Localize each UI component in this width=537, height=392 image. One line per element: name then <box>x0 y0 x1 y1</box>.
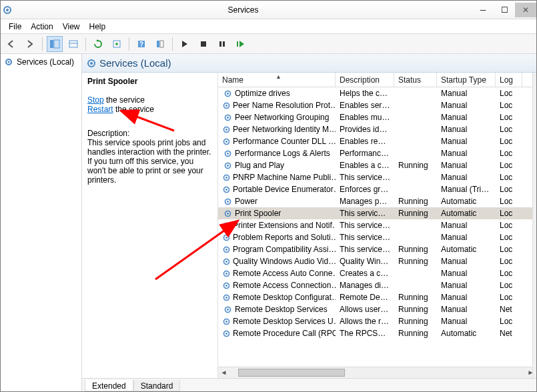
table-row[interactable]: Peer Networking Identity M…Provides ide…… <box>218 123 536 135</box>
table-row[interactable]: Optimize drivesHelps the c…ManualLoc <box>218 87 536 99</box>
menu-file[interactable]: File <box>5 21 25 33</box>
svg-rect-10 <box>160 41 163 47</box>
table-row[interactable]: Printer Extensions and Notif…This servic… <box>218 219 536 231</box>
sidebar-toggle-button[interactable] <box>152 36 168 52</box>
service-desc-cell: Remote Des… <box>336 293 394 302</box>
service-name-cell: PNRP Machine Name Publi… <box>233 173 336 182</box>
service-status-cell: Running <box>394 197 437 206</box>
svg-point-22 <box>225 105 227 107</box>
table-row[interactable]: Performance Counter DLL …Enables rem…Man… <box>218 135 536 147</box>
service-logon-cell: Loc <box>496 281 522 290</box>
service-logon-cell: Loc <box>496 221 522 230</box>
scroll-left-icon[interactable]: ◄ <box>218 367 229 377</box>
table-row[interactable]: Portable Device Enumerator…Enforces gr…M… <box>218 183 536 195</box>
table-row[interactable]: Peer Name Resolution Prot…Enables serv…M… <box>218 99 536 111</box>
gear-icon <box>222 329 231 338</box>
table-row[interactable]: PNRP Machine Name Publi…This service…Man… <box>218 171 536 183</box>
gear-icon <box>222 269 231 278</box>
back-button[interactable] <box>3 36 19 52</box>
stop-service-button[interactable] <box>195 36 211 52</box>
service-name-cell: Optimize drives <box>235 89 290 98</box>
table-row[interactable]: Remote Desktop Services U…Allows the r…R… <box>218 315 536 327</box>
table-row[interactable]: Performance Logs & AlertsPerformanc…Manu… <box>218 147 536 159</box>
minimize-button[interactable]: ─ <box>472 3 494 17</box>
svg-rect-14 <box>237 41 238 47</box>
horizontal-scrollbar[interactable]: ◄ ► <box>218 367 536 378</box>
forward-button[interactable] <box>22 36 38 52</box>
service-name-cell: Performance Counter DLL … <box>233 137 336 146</box>
vertical-scroll-strip[interactable] <box>532 73 536 378</box>
help-button[interactable]: ? <box>133 36 149 52</box>
pause-service-button[interactable] <box>214 36 230 52</box>
col-status[interactable]: Status <box>394 73 437 87</box>
svg-point-24 <box>227 117 229 119</box>
gear-icon <box>222 137 231 146</box>
service-status-cell: Running <box>394 257 437 266</box>
restart-service-link[interactable]: Restart <box>87 105 113 114</box>
export-list-button[interactable] <box>109 36 125 52</box>
service-startup-cell: Automatic <box>437 209 496 218</box>
gear-icon <box>222 209 233 218</box>
table-row[interactable]: Remote Desktop Configurat…Remote Des…Run… <box>218 291 536 303</box>
service-logon-cell: Loc <box>496 269 522 278</box>
table-row[interactable]: Plug and PlayEnables a c…RunningManualLo… <box>218 159 536 171</box>
table-row[interactable]: Print SpoolerThis service …RunningAutoma… <box>218 207 536 219</box>
close-button[interactable]: ✕ <box>515 3 536 17</box>
svg-point-26 <box>225 129 227 131</box>
gear-icon <box>222 221 231 230</box>
service-rows: Optimize drivesHelps the c…ManualLocPeer… <box>218 87 536 367</box>
tab-standard[interactable]: Standard <box>133 380 181 391</box>
gear-icon <box>222 101 231 110</box>
gear-icon <box>222 173 231 182</box>
table-row[interactable]: Remote Procedure Call (RPC)The RPCSS …Ru… <box>218 327 536 339</box>
table-row[interactable]: Problem Reports and Soluti…This service…… <box>218 231 536 243</box>
service-startup-cell: Automatic <box>437 245 496 254</box>
svg-rect-9 <box>157 41 159 47</box>
refresh-button[interactable] <box>90 36 106 52</box>
table-row[interactable]: Program Compatibility Assi…This service…… <box>218 243 536 255</box>
col-logon[interactable]: Log <box>496 73 522 87</box>
service-desc-cell: Allows the r… <box>336 317 394 326</box>
service-status-cell: Running <box>394 209 437 218</box>
col-startup[interactable]: Startup Type <box>437 73 496 87</box>
stop-service-link[interactable]: Stop <box>87 95 104 105</box>
service-status-cell: Running <box>394 329 437 338</box>
table-row[interactable]: Remote Access Connection…Manages di…Manu… <box>218 279 536 291</box>
gear-icon <box>222 281 231 290</box>
col-description[interactable]: Description <box>336 73 394 87</box>
service-logon-cell: Loc <box>496 317 522 326</box>
tab-extended[interactable]: Extended <box>85 380 133 391</box>
menu-view[interactable]: View <box>59 21 84 33</box>
service-desc-cell: Performanc… <box>336 149 394 158</box>
svg-point-46 <box>225 249 227 251</box>
description-label: Description: <box>87 129 212 138</box>
service-status-cell: Running <box>394 305 437 314</box>
menu-action[interactable]: Action <box>27 21 57 33</box>
console-tree-button[interactable] <box>47 36 63 52</box>
restart-service-button[interactable] <box>233 36 249 52</box>
gear-icon <box>3 57 14 67</box>
menu-help[interactable]: Help <box>85 21 110 33</box>
service-desc-cell: Enables mul… <box>336 113 394 122</box>
gear-icon <box>222 245 231 254</box>
service-desc-cell: Creates a co… <box>336 269 394 278</box>
start-service-button[interactable] <box>177 36 193 52</box>
service-startup-cell: Manual <box>437 113 496 122</box>
service-name-cell: Power <box>235 197 257 206</box>
service-name-cell: Remote Desktop Services U… <box>233 317 336 326</box>
gear-icon <box>222 113 233 122</box>
column-headers: ▲ Name Description Status Startup Type L… <box>218 73 536 87</box>
scrollbar-thumb[interactable] <box>238 369 345 377</box>
tree-root[interactable]: Services (Local) <box>2 57 80 67</box>
table-row[interactable]: Peer Networking GroupingEnables mul…Manu… <box>218 111 536 123</box>
properties-button[interactable] <box>65 36 81 52</box>
maximize-button[interactable]: ☐ <box>494 3 515 17</box>
tree-pane: Services (Local) <box>1 54 82 391</box>
table-row[interactable]: Remote Desktop ServicesAllows user…Runni… <box>218 303 536 315</box>
service-startup-cell: Manual <box>437 221 496 230</box>
table-row[interactable]: PowerManages p…RunningAutomaticLoc <box>218 195 536 207</box>
table-row[interactable]: Remote Access Auto Conne…Creates a co…Ma… <box>218 267 536 279</box>
table-row[interactable]: Quality Windows Audio Vid…Quality Win…Ru… <box>218 255 536 267</box>
gear-icon <box>86 58 97 69</box>
service-status-cell: Running <box>394 161 437 170</box>
